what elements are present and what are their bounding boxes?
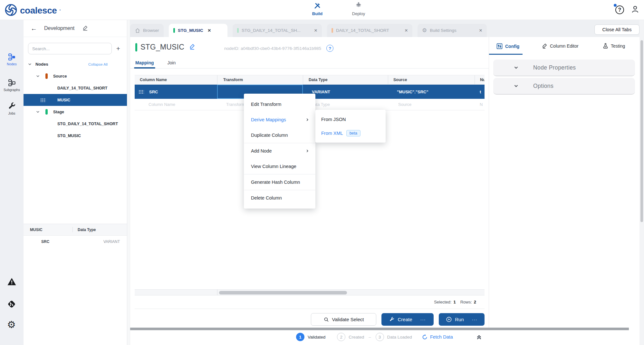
submenu-item-label: From XML — [321, 131, 343, 136]
tab-browser[interactable]: Browser — [130, 24, 164, 37]
tab-column-editor[interactable]: Column Editor — [542, 43, 579, 49]
drag-handle-icon[interactable] — [40, 98, 46, 102]
col-header-nullable[interactable]: Nu — [475, 75, 485, 84]
step-3-label: Data Loaded — [387, 335, 412, 340]
run-more-button[interactable]: ··· — [472, 317, 477, 322]
subgraphs-icon — [8, 79, 16, 87]
node-help-icon[interactable]: ? — [326, 45, 333, 52]
subtab-join[interactable]: Join — [168, 57, 176, 69]
menu-item-edit-transform[interactable]: Edit Transform — [244, 97, 315, 112]
preview-cell-name: SRC — [41, 239, 49, 244]
close-tab-icon[interactable]: × — [208, 27, 211, 34]
edit-workspace-icon[interactable] — [82, 25, 88, 32]
fetch-data-button[interactable]: Fetch Data — [422, 334, 453, 340]
collapse-all-link[interactable]: Collapse All — [88, 62, 108, 66]
tab-config[interactable]: Config — [496, 43, 519, 50]
create-button[interactable]: Create ··· — [381, 313, 434, 326]
menu-item-label: Edit Transform — [251, 102, 281, 107]
tree-item-stg-daily-14-total-short[interactable]: STG_DAILY_14_TOTAL_SHORT — [24, 118, 127, 130]
back-arrow-icon[interactable]: ← — [31, 25, 37, 32]
search-input[interactable] — [28, 43, 112, 54]
scrollbar-thumb[interactable] — [219, 291, 347, 294]
menu-item-derive-mappings[interactable]: Derive Mappings — [244, 112, 315, 127]
accordion-options[interactable]: Options — [493, 78, 635, 95]
nav-build[interactable]: Build — [306, 2, 329, 16]
col-header-transform[interactable]: Transform — [217, 75, 303, 84]
cell-data-type: VARIANT — [303, 85, 388, 99]
tab-daily-14-total-short[interactable]: DAILY_14_TOTAL_SHORT × — [327, 24, 412, 37]
subtab-mapping[interactable]: Mapping — [135, 57, 154, 69]
close-tab-icon[interactable]: × — [479, 27, 482, 34]
rename-node-icon[interactable] — [189, 43, 196, 51]
preview-row[interactable]: SRC VARIANT — [24, 236, 127, 248]
tab-build-settings[interactable]: ⚙ Build Settings × — [418, 24, 487, 37]
rail-item-subgraphs[interactable]: Subgraphs — [0, 79, 24, 92]
git-button[interactable] — [7, 299, 16, 310]
panel-scrollbar[interactable] — [127, 20, 130, 345]
deploy-box-icon — [355, 2, 362, 11]
jobs-wrench-icon — [8, 102, 16, 110]
validate-select-button[interactable]: Validate Select — [311, 313, 376, 326]
submenu-item-from-json[interactable]: From JSON — [315, 112, 386, 126]
cell-column-name: SRC — [149, 89, 158, 94]
validate-select-label: Validate Select — [332, 317, 364, 322]
close-all-tabs-button[interactable]: Close All Tabs — [594, 24, 639, 35]
tree-item-stg-music[interactable]: STG_MUSIC — [24, 130, 127, 142]
menu-item-delete-column[interactable]: Delete Column — [244, 190, 315, 206]
run-button[interactable]: Run ··· — [439, 313, 485, 326]
gear-icon: ⚙ — [422, 28, 427, 33]
menu-item-label: Delete Column — [251, 195, 282, 200]
tree-group-source[interactable]: Source — [24, 70, 127, 82]
add-node-button[interactable]: + — [114, 44, 123, 53]
tree-group-stage[interactable]: Stage — [24, 106, 127, 118]
help-button[interactable]: ? — [614, 4, 625, 15]
col-header-data-type[interactable]: Data Type — [303, 75, 388, 84]
scrollbar-thumb[interactable] — [640, 40, 643, 222]
tab-testing[interactable]: Testing — [602, 43, 625, 49]
bottom-divider-bar[interactable] — [130, 328, 629, 330]
menu-item-duplicate-column[interactable]: Duplicate Column — [244, 127, 315, 143]
nav-deploy[interactable]: Deploy — [347, 2, 370, 16]
close-tab-icon[interactable]: × — [405, 27, 408, 34]
chevron-down-icon[interactable] — [35, 109, 40, 114]
create-more-button[interactable]: ··· — [420, 317, 426, 322]
chevron-right-icon — [305, 117, 310, 122]
tree-root-nodes[interactable]: Nodes Collapse All — [24, 58, 127, 70]
collapse-panel-icon[interactable] — [476, 333, 483, 342]
rail-item-nodes[interactable]: Nodes — [0, 53, 24, 66]
node-title: STG_MUSIC — [140, 43, 184, 51]
tree-item-label: DAILY_14_TOTAL_SHORT — [57, 86, 107, 90]
menu-item-label: Generate Hash Column — [251, 180, 300, 185]
menu-item-view-column-lineage[interactable]: View Column Lineage — [244, 159, 315, 174]
accordion-node-properties[interactable]: Node Properties — [493, 60, 635, 76]
node-preview-table: MUSIC Data Type SRC VARIANT — [24, 224, 127, 248]
col-header-column-name[interactable]: Column Name — [135, 75, 217, 84]
menu-item-add-node[interactable]: Add Node — [244, 143, 315, 159]
tree-item-music-selected[interactable]: MUSIC — [24, 94, 127, 106]
chevron-down-icon[interactable] — [35, 74, 40, 79]
close-tab-icon[interactable]: × — [314, 27, 317, 34]
coalesce-logo[interactable]: coalesce° — [5, 4, 61, 18]
menu-item-generate-hash-column[interactable]: Generate Hash Column — [244, 174, 315, 190]
build-tools-icon — [313, 2, 321, 11]
tab-label: Browser — [143, 28, 159, 33]
rail-item-jobs[interactable]: Jobs — [0, 102, 24, 115]
problems-button[interactable] — [7, 277, 16, 287]
step-connector: – — [369, 335, 371, 340]
workspace-title: Development — [44, 25, 74, 31]
subtab-label: Mapping — [135, 60, 154, 65]
account-button[interactable] — [631, 5, 639, 15]
tree-item-daily-14-total-short[interactable]: DAILY_14_TOTAL_SHORT — [24, 82, 127, 94]
pencil-icon — [542, 43, 548, 49]
chevron-down-icon[interactable] — [27, 62, 32, 67]
tab-stg-daily-14-total-sh[interactable]: STG_DAILY_14_TOTAL_SH... × — [233, 24, 322, 37]
submenu-item-from-xml[interactable]: From XML beta — [315, 126, 386, 140]
refresh-icon — [422, 334, 428, 340]
drag-handle-icon[interactable] — [139, 90, 144, 94]
col-header-source[interactable]: Source — [388, 75, 475, 84]
build-label: Build — [312, 11, 323, 16]
nodes-icon — [8, 53, 16, 61]
settings-button[interactable]: ⚙ — [7, 320, 16, 330]
wrench-icon — [389, 317, 395, 322]
tab-stg-music[interactable]: STG_MUSIC × — [169, 24, 227, 37]
